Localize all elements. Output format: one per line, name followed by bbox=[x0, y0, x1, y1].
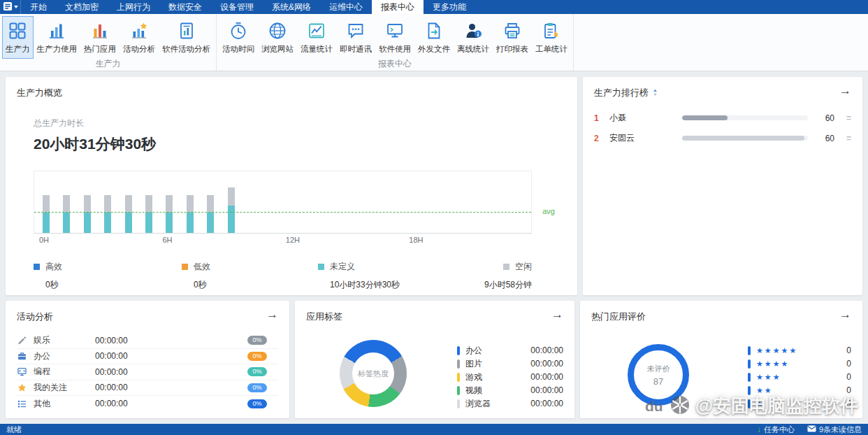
ribbon-group-label-report-center: 报表中心 bbox=[217, 59, 573, 71]
x-axis-tick: 18H bbox=[409, 236, 423, 244]
ribbon-item-label: 生产力使用 bbox=[37, 44, 78, 55]
activity-row-entertainment[interactable]: 娱乐 00:00:00 0% bbox=[17, 333, 278, 349]
code-monitor-icon bbox=[17, 366, 27, 377]
ribbon-item-instant-messaging[interactable]: 即时通讯 bbox=[336, 16, 375, 59]
tags-title: 应用标签 bbox=[306, 311, 342, 323]
status-ready-label: 就绪 bbox=[6, 425, 22, 435]
activity-row-office[interactable]: 办公 00:00:00 0% bbox=[17, 349, 278, 365]
globe-icon bbox=[268, 21, 287, 41]
ribbon-item-label: 软件使用 bbox=[379, 44, 411, 55]
legend-color-chip bbox=[457, 346, 460, 355]
app-window: 开始 文档加密 上网行为 数据安全 设备管理 系统&网络 运维中心 报表中心 更… bbox=[0, 0, 868, 435]
tag-legend-row: 浏览器 00:00:00 bbox=[457, 399, 563, 408]
legend-color-chip bbox=[457, 386, 460, 395]
ribbon: 生产力 生产力使用 热门应用 bbox=[0, 14, 868, 71]
trend-flat-icon: = bbox=[834, 134, 851, 143]
ribbon-item-label: 外发文件 bbox=[418, 44, 450, 55]
ratings-center-value: 87 bbox=[653, 376, 663, 387]
task-center-button[interactable]: ↓ 任务中心 bbox=[757, 425, 795, 435]
ribbon-item-ticket-stats[interactable]: 工单统计 bbox=[532, 16, 571, 59]
ranking-row[interactable]: 1 小聂 60 = bbox=[594, 108, 851, 128]
menu-item-device-mgmt[interactable]: 设备管理 bbox=[211, 0, 263, 14]
chat-icon bbox=[346, 21, 366, 41]
arrow-right-icon[interactable]: → bbox=[266, 308, 278, 320]
activity-row-my-focus[interactable]: 我的关注 00:00:00 0% bbox=[17, 380, 278, 397]
card-productivity-ranking: 生产力排行榜 → 1 小聂 60 = 2 bbox=[583, 77, 862, 295]
menu-item-doc-encrypt[interactable]: 文档加密 bbox=[56, 0, 108, 14]
star-icons: ★★ bbox=[756, 386, 773, 395]
ribbon-item-software-use[interactable]: 软件使用 bbox=[375, 16, 414, 59]
ribbon-item-productivity-usage[interactable]: 生产力使用 bbox=[34, 16, 81, 59]
ratings-legend: ★★★★★ 0 ★★★★ 0 ★★★ 0 bbox=[748, 345, 851, 408]
ribbon-item-offline-stats[interactable]: 离线统计 bbox=[454, 16, 493, 59]
x-axis-tick: 0H bbox=[39, 236, 49, 244]
chart-bar bbox=[145, 195, 152, 233]
tag-legend-row: 办公 00:00:00 bbox=[457, 345, 563, 355]
legend-item-undefined: 未定义 10小时33分钟30秒 bbox=[318, 261, 484, 291]
trend-flat-icon: = bbox=[834, 113, 851, 123]
arrow-right-icon[interactable]: → bbox=[551, 308, 563, 320]
ranking-list: 1 小聂 60 = 2 安固云 60 = bbox=[594, 108, 851, 148]
app-logo-icon bbox=[3, 1, 13, 13]
ranking-row[interactable]: 2 安固云 60 = bbox=[594, 128, 851, 148]
unread-messages-button[interactable]: 9条未读信息 bbox=[807, 425, 862, 435]
star-icons: ★★★★ bbox=[756, 359, 789, 369]
ribbon-item-traffic-stats[interactable]: 流量统计 bbox=[297, 16, 336, 59]
legend-color-chip bbox=[457, 373, 460, 382]
card-productivity-overview: 生产力概览 总生产力时长 20小时31分钟30秒 avg 0H6H12H18H … bbox=[6, 77, 577, 295]
menu-item-ops-center[interactable]: 运维中心 bbox=[320, 0, 372, 14]
menu-item-system-network[interactable]: 系统&网络 bbox=[263, 0, 320, 14]
menu-item-start[interactable]: 开始 bbox=[21, 0, 56, 14]
menu-item-report-center[interactable]: 报表中心 bbox=[372, 0, 424, 14]
activity-row-coding[interactable]: 编程 00:00:00 0% bbox=[17, 364, 278, 380]
software-activity-icon bbox=[177, 21, 196, 41]
menu-item-web-behavior[interactable]: 上网行为 bbox=[108, 0, 159, 14]
star-icons: ★★★★★ bbox=[756, 346, 797, 355]
ribbon-item-hot-apps[interactable]: 热门应用 bbox=[80, 16, 120, 59]
activity-percent-badge: 0% bbox=[247, 336, 267, 345]
legend-color-chip bbox=[748, 386, 751, 395]
legend-color-swatch bbox=[182, 264, 188, 270]
tag-legend-row: 视频 00:00:00 bbox=[457, 385, 563, 395]
ribbon-item-label: 工单统计 bbox=[535, 44, 567, 55]
sort-icon[interactable] bbox=[652, 88, 658, 99]
envelope-icon bbox=[807, 425, 816, 434]
legend-color-swatch bbox=[318, 264, 324, 270]
chart-bar bbox=[207, 195, 214, 233]
menu-item-data-security[interactable]: 数据安全 bbox=[159, 0, 211, 14]
rank-progress-fill bbox=[682, 115, 728, 120]
offline-stats-icon bbox=[463, 21, 483, 41]
ratings-center-label: 未评价 bbox=[647, 364, 670, 374]
ribbon-item-activity-time[interactable]: 活动时间 bbox=[219, 16, 258, 59]
ribbon-item-print-report[interactable]: 打印报表 bbox=[493, 16, 532, 59]
ribbon-item-label: 活动时间 bbox=[222, 44, 254, 55]
rank-progress-bar bbox=[682, 136, 808, 141]
rank-user-name: 安固云 bbox=[609, 132, 682, 144]
activity-time: 00:00:00 bbox=[95, 399, 128, 408]
briefcase-icon bbox=[17, 351, 27, 362]
window-menu-button[interactable] bbox=[0, 0, 21, 14]
ribbon-item-software-activity[interactable]: 软件活动分析 bbox=[159, 16, 214, 59]
arrow-right-icon[interactable]: → bbox=[839, 308, 851, 320]
ribbon-item-activity-analysis[interactable]: 活动分析 bbox=[120, 16, 159, 59]
ribbon-item-label: 生产力 bbox=[6, 44, 30, 55]
ribbon-item-browse-sites[interactable]: 浏览网站 bbox=[258, 16, 297, 59]
ribbon-item-outgoing-files[interactable]: 外发文件 bbox=[414, 16, 454, 59]
rank-user-name: 小聂 bbox=[609, 112, 682, 124]
overview-chart-axis: 0H6H12H18H bbox=[34, 236, 532, 245]
legend-color-swatch bbox=[34, 264, 40, 270]
activity-label: 其他 bbox=[34, 398, 95, 410]
menu-item-more[interactable]: 更多功能 bbox=[424, 0, 475, 14]
tags-donut-center-label: 标签热度 bbox=[352, 352, 394, 394]
activity-time: 00:00:00 bbox=[95, 351, 128, 361]
rating-row-1-star: ★ 0 bbox=[748, 399, 851, 408]
activity-time: 00:00:00 bbox=[95, 383, 128, 392]
ribbon-group-report-center: 活动时间 浏览网站 流量统计 bbox=[217, 14, 574, 71]
arrow-right-icon[interactable]: → bbox=[839, 85, 851, 97]
ribbon-item-productivity[interactable]: 生产力 bbox=[2, 16, 34, 59]
legend-color-chip bbox=[748, 399, 751, 408]
total-duration-label: 总生产力时长 bbox=[34, 117, 566, 129]
activity-row-other[interactable]: 其他 00:00:00 0% bbox=[17, 396, 278, 412]
legend-item-inefficient: 低效 0秒 bbox=[182, 261, 318, 291]
overview-legend: 高效 0秒 低效 0秒 未定义 10小时33分钟30秒 空闲 9小时58分钟 bbox=[34, 261, 532, 291]
